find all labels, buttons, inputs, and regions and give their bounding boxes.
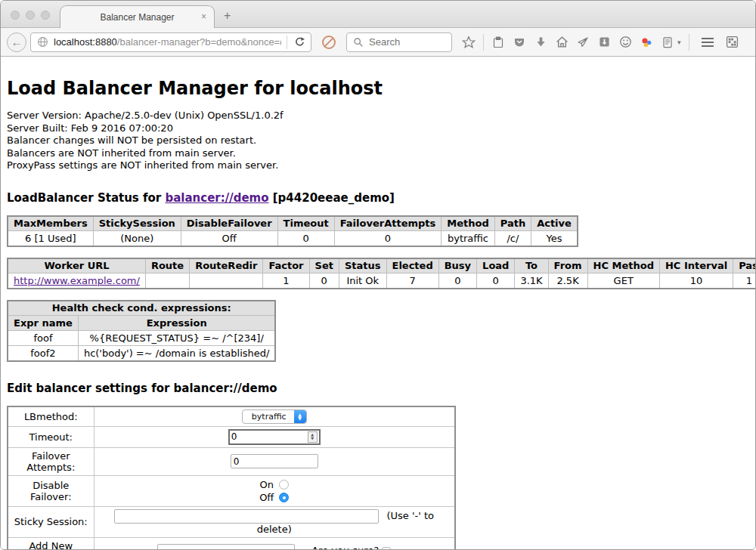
lbmethod-select[interactable]: bytraffic ▲▼	[242, 409, 307, 424]
page-title: Load Balancer Manager for localhost	[7, 78, 749, 99]
title-bar: Balancer Manager × +	[1, 1, 755, 28]
send-plane-icon[interactable]	[576, 36, 590, 49]
balancer-summary-table: MaxMembers StickySession DisableFailover…	[7, 215, 578, 247]
reload-icon[interactable]	[293, 36, 306, 49]
col-maxmembers: MaxMembers	[8, 216, 93, 231]
table-row: foof2 hc('body') =~ /domain is establish…	[8, 346, 275, 361]
disable-failover-off-radio[interactable]	[279, 493, 289, 502]
color-dots-extension-icon[interactable]	[640, 36, 653, 49]
save-page-icon[interactable]	[597, 36, 611, 49]
tab-title: Balancer Manager	[100, 12, 174, 23]
edit-settings-form: LBmethod: bytraffic ▲▼ Timeout: ▲▼	[7, 406, 456, 550]
timeout-input-wrap: ▲▼	[228, 429, 321, 445]
number-spinner-icon[interactable]: ▲▼	[308, 431, 318, 443]
failover-attempts-input[interactable]	[231, 454, 318, 468]
select-stepper-icon: ▲▼	[294, 410, 306, 423]
edit-settings-heading: Edit balancer settings for balancer://de…	[7, 382, 749, 395]
zoom-window-button[interactable]	[41, 11, 50, 20]
url-divider	[287, 36, 287, 49]
timeout-row: Timeout: ▲▼	[8, 426, 455, 447]
col-stickysession: StickySession	[93, 216, 181, 231]
disable-failover-row: Disable Failover: On Off	[8, 475, 455, 506]
traffic-lights	[11, 11, 50, 20]
col-failoverattempts: FailoverAttempts	[334, 216, 442, 231]
browser-window: Balancer Manager × + ← localhost:8880/ba…	[0, 0, 756, 550]
url-text: localhost:8880/balancer-manager?b=demo&n…	[54, 36, 281, 48]
add-worker-input[interactable]	[157, 544, 295, 550]
back-button[interactable]: ←	[7, 32, 26, 52]
globe-icon	[36, 36, 49, 49]
blocked-content-icon[interactable]	[322, 36, 336, 49]
toolbar-divider	[689, 34, 689, 51]
server-info: Server Version: Apache/2.5.0-dev (Unix) …	[7, 110, 749, 172]
chevron-down-icon[interactable]: ▾	[677, 39, 681, 46]
navigation-toolbar: ← localhost:8880/balancer-manager?b=demo…	[1, 28, 755, 57]
table-title-row: Health check cond. expressions:	[8, 301, 275, 316]
col-worker-url: Worker URL	[8, 258, 145, 273]
grid-extension-icon[interactable]	[726, 36, 739, 49]
disable-failover-label: Disable Failover:	[8, 475, 94, 506]
sticky-session-row: Sticky Session: (Use '-' to delete)	[8, 506, 455, 537]
radio-on-label: On	[260, 479, 274, 490]
url-path: /balancer-manager?b=demo&nonce=decc37be-…	[117, 36, 281, 48]
health-check-table: Health check cond. expressions: Expr nam…	[7, 300, 276, 362]
notes-clipboard-icon[interactable]	[661, 36, 674, 49]
health-check-title: Health check cond. expressions:	[8, 301, 275, 316]
lbmethod-label: LBmethod:	[8, 406, 94, 427]
home-icon[interactable]	[555, 36, 569, 49]
server-built-line: Server Built: Feb 9 2016 07:00:20	[7, 122, 749, 135]
tab-balancer-manager[interactable]: Balancer Manager ×	[60, 5, 215, 28]
bookmark-star-icon[interactable]	[462, 36, 476, 49]
are-you-sure-label: Are you sure?	[311, 545, 379, 550]
lbmethod-row: LBmethod: bytraffic ▲▼	[8, 406, 455, 427]
timeout-input[interactable]	[231, 431, 308, 442]
col-expression: Expression	[78, 316, 275, 331]
clipboard-icon[interactable]	[491, 36, 505, 49]
col-expr-name: Expr name	[8, 316, 78, 331]
tab-close-icon[interactable]: ×	[201, 11, 206, 22]
radio-off-label: Off	[259, 492, 274, 503]
proxypass-note-line: ProxyPass settings are NOT inherited fro…	[7, 159, 749, 172]
disable-failover-on-radio[interactable]	[279, 480, 289, 490]
downloads-icon[interactable]	[534, 36, 547, 49]
persist-note-line: Balancer changes will NOT be persisted o…	[7, 134, 749, 147]
close-window-button[interactable]	[11, 11, 20, 20]
balancer-demo-link[interactable]: balancer://demo	[165, 191, 268, 205]
inherit-note-line: Balancers are NOT inherited from main se…	[7, 147, 749, 160]
status-heading-suffix: [p4420eeae_demo]	[269, 191, 395, 205]
smiley-chat-icon[interactable]	[618, 36, 632, 49]
table-row: 6 [1 Used] (None) Off 0 0 bytraffic /c/ …	[8, 231, 578, 246]
table-header-row: MaxMembers StickySession DisableFailover…	[8, 216, 578, 231]
failover-attempts-label: Failover Attempts:	[8, 447, 94, 475]
server-version-line: Server Version: Apache/2.5.0-dev (Unix) …	[7, 110, 749, 122]
menu-hamburger-icon[interactable]	[702, 38, 714, 47]
col-path: Path	[494, 216, 531, 231]
col-disablefailover: DisableFailover	[181, 216, 277, 231]
are-you-sure-checkbox[interactable]	[382, 547, 391, 550]
loadbalancer-status-heading: LoadBalancer Status for balancer://demo …	[7, 191, 749, 205]
search-icon	[352, 36, 365, 49]
sticky-session-label: Sticky Session:	[8, 506, 94, 537]
search-input[interactable]	[369, 36, 445, 48]
new-tab-button[interactable]: +	[224, 9, 231, 23]
pocket-icon[interactable]	[513, 36, 526, 49]
add-worker-row: Add New Worker: Are you sure?	[8, 537, 455, 550]
failover-attempts-row: Failover Attempts:	[8, 447, 455, 475]
url-bar[interactable]: localhost:8880/balancer-manager?b=demo&n…	[30, 32, 311, 52]
col-active: Active	[531, 216, 578, 231]
toolbar-icons: ▾	[462, 34, 749, 51]
table-header-row: Worker URL Route RouteRedir Factor Set S…	[8, 258, 755, 273]
table-row: foof %{REQUEST_STATUS} =~ /^[234]/	[8, 331, 275, 346]
minimize-window-button[interactable]	[26, 11, 35, 20]
table-row: http://www.example.com/ 1 0 Init Ok 7 0 …	[8, 273, 755, 289]
status-heading-prefix: LoadBalancer Status for	[7, 191, 165, 205]
table-header-row: Expr name Expression	[8, 316, 275, 331]
timeout-label: Timeout:	[8, 426, 94, 447]
url-host: localhost:8880	[54, 36, 117, 48]
page-content: Load Balancer Manager for localhost Serv…	[1, 57, 755, 550]
sticky-session-input[interactable]	[114, 509, 379, 524]
search-bar[interactable]	[346, 32, 452, 52]
col-timeout: Timeout	[277, 216, 334, 231]
add-worker-label: Add New Worker:	[8, 537, 94, 550]
worker-url-link[interactable]: http://www.example.com/	[14, 275, 140, 286]
